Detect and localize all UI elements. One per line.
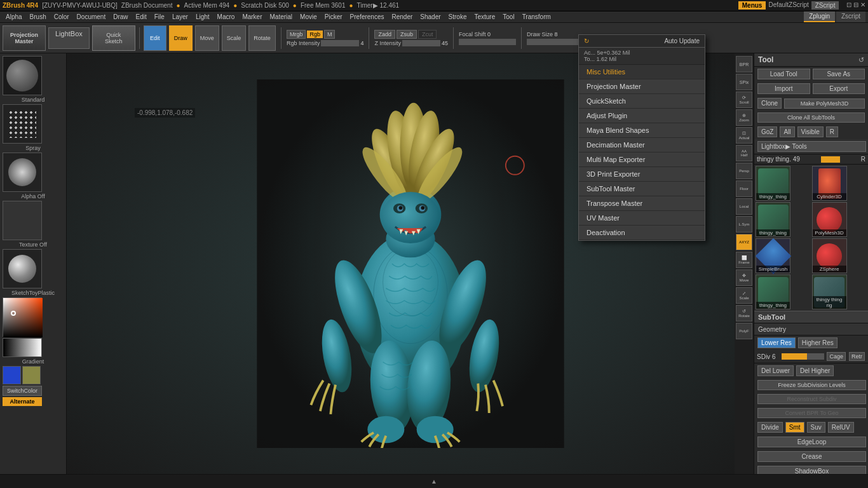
menu-transform[interactable]: Transform <box>519 13 554 21</box>
scale-icon-btn[interactable]: ⤢ Scale <box>736 287 752 304</box>
adjust-plugin-item[interactable]: Adjust Plugin <box>579 109 705 123</box>
tool-thumb-thingy-rig[interactable]: thingy thing rig <box>812 274 847 309</box>
menu-document[interactable]: Document <box>74 13 109 21</box>
menu-picker[interactable]: Picker <box>322 13 346 21</box>
menu-preferences[interactable]: Preferences <box>347 13 388 21</box>
zplugin-refresh-icon[interactable]: ↻ <box>584 37 589 44</box>
save-as-button[interactable]: Save As <box>813 69 865 79</box>
draw-size-slider[interactable] <box>527 39 584 45</box>
scroll-icon-btn[interactable]: ⟳ Scroll <box>736 92 752 108</box>
actual-icon-btn[interactable]: ⊡ Actual <box>736 127 752 144</box>
color-picker[interactable] <box>3 297 42 337</box>
switch-color-button[interactable]: SwitchColor <box>3 386 42 396</box>
tool-thumb-zsphere[interactable]: ZSphere <box>812 238 847 273</box>
polyf-icon-btn[interactable]: PolyF <box>736 323 752 339</box>
menu-edit[interactable]: Edit <box>133 13 150 21</box>
higher-res-button[interactable]: Higher Res <box>798 337 837 348</box>
edgeloop-button[interactable]: EdgeLoop <box>757 437 866 447</box>
lower-res-button[interactable]: Lower Res <box>757 337 796 348</box>
lightbox-button[interactable]: LightBox <box>48 27 90 49</box>
rotate-button[interactable]: Rotate <box>248 25 276 51</box>
thingy-slider[interactable] <box>821 156 840 163</box>
alpha-dots-thumbnail[interactable] <box>3 104 42 144</box>
tool-thumb-cylinder[interactable]: Cylinder3D <box>812 166 847 201</box>
suv-button[interactable]: Suv <box>807 422 825 433</box>
del-higher-button[interactable]: Del Higher <box>796 365 834 376</box>
divide-button[interactable]: Divide <box>757 422 783 433</box>
del-lower-button[interactable]: Del Lower <box>757 365 794 376</box>
background-color[interactable] <box>22 366 41 384</box>
reconstruct-subdiv-button[interactable]: Reconstruct Subdiv <box>757 394 866 404</box>
edit-button[interactable]: Edit <box>144 25 166 51</box>
menus-button[interactable]: Menus <box>738 1 766 10</box>
goz-button[interactable]: GoZ <box>757 126 777 137</box>
scale-button[interactable]: Scale <box>222 25 247 51</box>
clone-all-subtools-button[interactable]: Clone All SubTools <box>757 112 865 123</box>
lsym-icon-btn[interactable]: L.Sym <box>736 216 752 233</box>
sketch-material-thumbnail[interactable] <box>3 249 42 288</box>
move-icon-btn[interactable]: ✥ Move <box>736 269 752 286</box>
smt-button[interactable]: Smt <box>785 422 804 433</box>
projection-master-item[interactable]: Projection Master <box>579 79 705 94</box>
make-polymesh-button[interactable]: Make PolyMesh3D <box>784 98 865 109</box>
menu-texture[interactable]: Texture <box>471 13 498 21</box>
persp-icon-btn[interactable]: Persp <box>736 163 752 179</box>
reset-icon[interactable]: ↺ <box>858 56 864 64</box>
foreground-color[interactable] <box>3 366 21 384</box>
menu-material[interactable]: Material <box>267 13 296 21</box>
move-button[interactable]: Move <box>195 25 219 51</box>
frame-icon-btn[interactable]: ⬜ Frame <box>736 252 752 268</box>
retr-button[interactable]: Retr <box>849 352 865 361</box>
menu-file[interactable]: File <box>151 13 168 21</box>
local-icon-btn[interactable]: Local <box>736 198 752 215</box>
menu-marker[interactable]: Marker <box>239 13 265 21</box>
clone-button[interactable]: Clone <box>757 98 782 109</box>
z-intensity-slider[interactable] <box>402 40 440 46</box>
menu-tool[interactable]: Tool <box>499 13 517 21</box>
misc-utilities-item[interactable]: Misc Utilities <box>579 65 705 79</box>
convert-bpr-button[interactable]: Convert BPR To Geo <box>757 408 866 418</box>
3d-print-exporter-item[interactable]: 3D Print Exporter <box>579 167 705 182</box>
draw-button[interactable]: Draw <box>169 25 193 51</box>
tool-thumb-polymesh[interactable]: PolyMesh3D <box>812 202 847 237</box>
transpose-master-item[interactable]: Transpose Master <box>579 196 705 211</box>
menu-layer[interactable]: Layer <box>169 13 191 21</box>
deactivation-item[interactable]: Deactivation <box>579 226 705 240</box>
aahalf-icon-btn[interactable]: AAHalf <box>736 145 752 161</box>
zscript-button[interactable]: ZScript <box>811 1 839 10</box>
texture-thumbnail[interactable] <box>3 201 42 240</box>
menu-draw[interactable]: Draw <box>110 13 131 21</box>
reluv-button[interactable]: RelUV <box>828 422 854 433</box>
multi-map-exporter-item[interactable]: Multi Map Exporter <box>579 152 705 167</box>
m-button[interactable]: M <box>324 30 336 39</box>
all-button[interactable]: All <box>780 126 794 137</box>
menu-light[interactable]: Light <box>193 13 213 21</box>
maya-blend-shapes-item[interactable]: Maya Blend Shapes <box>579 123 705 138</box>
lightbox-tools-button[interactable]: Lightbox▶ Tools <box>757 141 866 152</box>
decimation-master-item[interactable]: Decimation Master <box>579 138 705 152</box>
gradient-swatch[interactable] <box>3 338 42 357</box>
uv-master-item[interactable]: UV Master <box>579 211 705 226</box>
quick-sketch-button[interactable]: QuickSketch <box>92 25 135 51</box>
zsub-button[interactable]: Zsub <box>397 30 417 39</box>
zadd-button[interactable]: Zadd <box>374 30 395 39</box>
mrgb-button[interactable]: Mrgb <box>287 30 306 39</box>
menu-alpha[interactable]: Alpha <box>3 13 25 21</box>
rotate-icon-btn[interactable]: ↺ Rotate <box>736 305 752 322</box>
spix-button[interactable]: SPix <box>736 74 752 90</box>
sdiv-slider[interactable] <box>782 353 824 360</box>
menu-macro[interactable]: Macro <box>214 13 238 21</box>
tool-thumb-thingy3[interactable]: thingy_thing <box>756 274 790 309</box>
menu-movie[interactable]: Movie <box>297 13 320 21</box>
menu-brush[interactable]: Brush <box>27 13 50 21</box>
freeze-subdivision-button[interactable]: Freeze SubDivision Levels <box>757 380 866 390</box>
focal-shift-slider[interactable] <box>459 39 516 45</box>
rgb-intensity-slider[interactable] <box>321 40 359 46</box>
zoom-icon-btn[interactable]: ⊕ Zoom <box>736 109 752 126</box>
alpha-circle-thumbnail[interactable] <box>3 152 42 192</box>
floor-icon-btn[interactable]: Floor <box>736 180 752 197</box>
import-button[interactable]: Import <box>757 83 810 94</box>
rgb-button[interactable]: Rgb <box>307 30 323 38</box>
load-tool-button[interactable]: Load Tool <box>757 69 810 79</box>
alternate-button[interactable]: Alternate <box>3 397 42 406</box>
